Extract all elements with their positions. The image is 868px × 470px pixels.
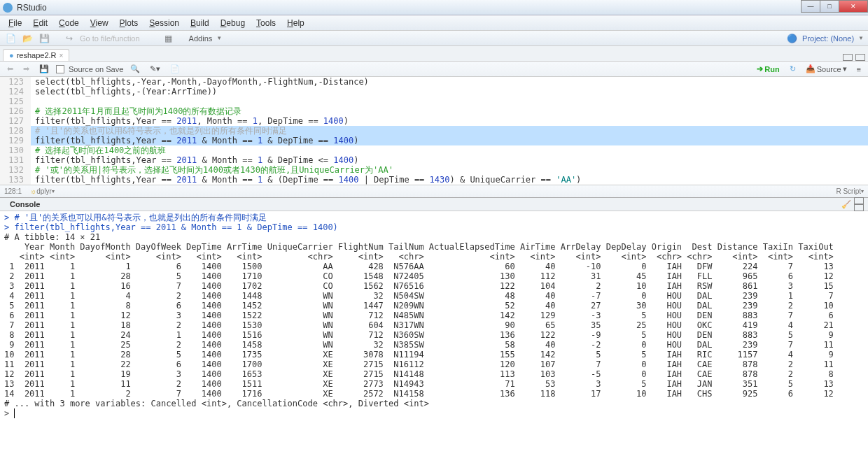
editor-tab[interactable]: ● reshape2.R × [3,49,69,61]
menu-debug[interactable]: Debug [215,17,251,29]
close-button[interactable]: ✕ [839,0,868,13]
report-button[interactable]: 📄 [167,63,183,75]
pane-minimize-icon[interactable] [854,197,864,204]
line-number: 130 [0,145,31,155]
editor-line[interactable]: 129filter(tbl_hflights,Year == 2011 & Mo… [0,136,868,145]
dropdown-icon: ▾ [861,188,864,194]
line-number: 123 [0,77,31,87]
run-button[interactable]: ➔ Run [754,63,782,75]
menu-view[interactable]: View [85,17,114,29]
goto-button[interactable]: ↪ [63,32,76,45]
minimize-button[interactable]: — [801,0,820,13]
editor-statusbar: 128:1 ☼ dplyr ▾ R Script ▾ [0,185,868,197]
wand-button[interactable]: ✎▾ [147,63,163,75]
editor-line[interactable]: 123select(tbl_hflights,-Year,-Month,-Day… [0,77,868,87]
dropdown-icon: ▼ [216,35,222,41]
line-code: filter(tbl_hflights,Year == 2011, Month … [31,116,868,126]
menu-plots[interactable]: Plots [114,17,144,29]
find-button[interactable]: 🔍 [127,63,143,75]
table-row: 14 2011 1 2 7 1400 1716 XE 2572 N14158 1… [4,389,864,399]
line-number: 133 [0,175,31,185]
code-editor[interactable]: 123select(tbl_hflights,-Year,-Month,-Day… [0,77,868,185]
line-code: filter(tbl_hflights,Year == 2011 & Month… [31,155,868,165]
editor-tabs: ● reshape2.R × [0,46,868,62]
line-code: filter(tbl_hflights,Year == 2011 & Month… [31,175,868,185]
line-code: select(tbl_hflights,-(Year:ArrTime)) [31,87,868,97]
line-number: 128 [0,126,31,136]
back-button[interactable]: ⬅ [4,63,16,75]
save-source-button[interactable]: 💾 [36,63,52,75]
menu-build[interactable]: Build [185,17,215,29]
editor-line[interactable]: 131filter(tbl_hflights,Year == 2011 & Mo… [0,155,868,165]
menu-help[interactable]: Help [281,17,310,29]
table-row: 13 2011 1 11 2 1400 1511 XE 2773 N14943 … [4,379,864,389]
menu-tools[interactable]: Tools [251,17,281,29]
editor-line[interactable]: 125 [0,97,868,106]
forward-button[interactable]: ➡ [20,63,32,75]
table-row: 4 2011 1 4 2 1400 1448 WN 32 N504SW 48 4… [4,291,864,301]
line-number: 127 [0,116,31,126]
window-titlebar: RStudio — □ ✕ [0,0,868,15]
line-number: 124 [0,87,31,97]
console-tabs: Console 🧹 [0,197,868,211]
outline-button[interactable]: ≡ [854,64,864,75]
editor-line[interactable]: 130# 选择起飞时间在1400之前的航班 [0,145,868,155]
open-project-button[interactable]: 📂 [21,32,34,45]
maximize-button[interactable]: □ [820,0,839,13]
cursor-position: 128:1 [4,187,22,195]
table-row: 12 2011 1 19 3 1400 1653 XE 2715 N14148 … [4,369,864,379]
editor-line[interactable]: 126# 选择2011年1月而且起飞时间为1400的所有数据记录 [0,106,868,116]
pane-maximize-icon[interactable] [854,204,864,211]
scope-breadcrumb[interactable]: ☼ [30,187,36,195]
grid-button[interactable]: ▦ [162,32,175,45]
editor-line[interactable]: 128# '且'的关系也可以用&符号表示，也就是列出的所有条件同时满足 [0,126,868,136]
editor-line[interactable]: 133filter(tbl_hflights,Year == 2011 & Mo… [0,175,868,185]
menubar: FileEditCodeViewPlotsSessionBuildDebugTo… [0,15,868,31]
project-label[interactable]: Project: (None) [802,34,854,43]
line-code [31,97,868,106]
table-header-row: Year Month DayofMonth DayOfWeek DepTime … [4,242,864,252]
console-line: > filter(tbl_hflights,Year == 2011 & Mon… [4,222,864,232]
addins-menu[interactable]: Addins [189,34,213,43]
dropdown-icon: ▼ [858,35,864,41]
line-number: 131 [0,155,31,165]
project-icon: 🔵 [785,32,798,45]
line-code: # 选择2011年1月而且起飞时间为1400的所有数据记录 [31,106,868,116]
main-toolbar: 📄 📂 💾 ↪ Go to file/function ▦ Addins ▼ 🔵… [0,31,868,46]
source-button[interactable]: 📥 Source ▾ [803,63,850,75]
table-row: 11 2011 1 22 6 1400 1700 XE 2715 N16112 … [4,359,864,369]
scope-breadcrumb-text[interactable]: dplyr [36,187,52,195]
table-row: 9 2011 1 25 2 1400 1458 WN 32 N385SW 58 … [4,340,864,350]
line-code: filter(tbl_hflights,Year == 2011 & Month… [31,136,868,145]
close-tab-icon[interactable]: × [59,52,64,59]
source-on-save-checkbox[interactable] [56,65,64,73]
editor-line[interactable]: 124select(tbl_hflights,-(Year:ArrTime)) [0,87,868,97]
goto-file-function[interactable]: Go to file/function [80,34,140,43]
table-row: 7 2011 1 18 2 1400 1530 WN 604 N317WN 90… [4,320,864,330]
line-code: # '且'的关系也可以用&符号表示，也就是列出的所有条件同时满足 [31,126,868,136]
editor-line[interactable]: 132# '或'的关系用|符号表示，选择起飞时间为1400或者1430的航班,且… [0,165,868,175]
table-row: 3 2011 1 16 7 1400 1702 CO 1562 N76516 1… [4,281,864,291]
line-number: 125 [0,97,31,106]
language-mode[interactable]: R Script [836,187,861,195]
console-tab[interactable]: Console [4,199,46,210]
menu-code[interactable]: Code [53,17,85,29]
line-code: # '或'的关系用|符号表示，选择起飞时间为1400或者1430的航班,且Uni… [31,165,868,175]
menu-session[interactable]: Session [144,17,185,29]
save-button[interactable]: 💾 [38,32,50,45]
window-controls: — □ ✕ [802,0,868,13]
pane-minimize-icon[interactable] [843,54,853,61]
clear-console-icon[interactable]: 🧹 [839,200,854,209]
pane-maximize-icon[interactable] [855,54,865,61]
console-prompt: > [4,408,864,418]
line-number: 129 [0,136,31,145]
rerun-button[interactable]: ↻ [787,63,799,75]
editor-line[interactable]: 127filter(tbl_hflights,Year == 2011, Mon… [0,116,868,126]
editor-toolbar: ⬅ ➡ 💾 Source on Save 🔍 ✎▾ 📄 ➔ Run ↻ 📥 So… [0,62,868,77]
source-on-save-label: Source on Save [69,65,123,73]
menu-edit[interactable]: Edit [27,17,53,29]
console[interactable]: > # '且'的关系也可以用&符号表示，也就是列出的所有条件同时满足> filt… [0,211,868,470]
table-types-row: <int> <int> <int> <int> <int> <int> <chr… [4,252,864,262]
new-file-button[interactable]: 📄 [4,32,17,45]
menu-file[interactable]: File [3,17,27,29]
